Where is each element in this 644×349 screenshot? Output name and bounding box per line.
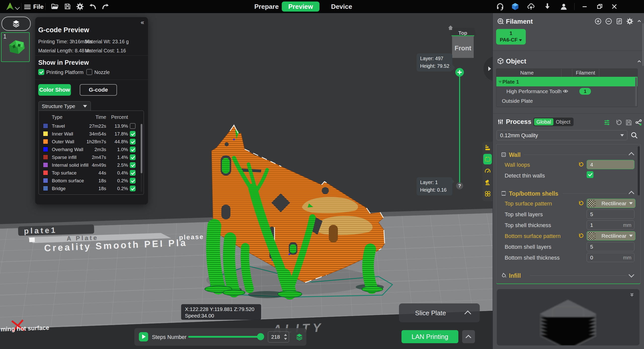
type-visibility-checkbox[interactable]	[130, 170, 136, 176]
type-visibility-checkbox[interactable]	[130, 178, 136, 184]
model-library-icon[interactable]	[511, 3, 519, 11]
param-section-header[interactable]: Top/bottom shells	[496, 189, 640, 198]
section-chevron-icon[interactable]	[629, 191, 634, 197]
steps-slider[interactable]	[188, 336, 264, 338]
printing-platform-checkbox[interactable]	[38, 69, 44, 75]
object-row-outside[interactable]: Outside Plate	[496, 96, 637, 106]
steps-increment[interactable]	[284, 334, 287, 336]
reset-param-icon[interactable]	[577, 200, 583, 206]
layer-stack-preview[interactable]	[497, 289, 639, 345]
structure-type-dropdown[interactable]: Structure Type	[38, 101, 91, 111]
play-button[interactable]	[139, 332, 148, 341]
type-visibility-checkbox[interactable]	[130, 186, 136, 191]
slice-options-icon[interactable]	[464, 310, 471, 317]
gcode-button[interactable]: G-code	[80, 84, 117, 96]
params-scrollbar-thumb[interactable]	[638, 146, 640, 195]
steps-slider-handle[interactable]	[257, 333, 264, 340]
save-preset-icon[interactable]	[625, 119, 632, 126]
slice-plate-button[interactable]: Slice Plate	[399, 303, 480, 322]
viewport-3d[interactable]: plate1 A Plate please Creality Smooth PE…	[0, 13, 493, 349]
redo-icon[interactable]	[102, 3, 110, 11]
expand-icon[interactable]	[498, 81, 502, 83]
speed-gauge-icon[interactable]	[483, 166, 492, 176]
layer-slider-handle[interactable]	[455, 68, 464, 77]
color-show-button[interactable]: Color Show	[38, 84, 71, 96]
object-scrollbar[interactable]	[635, 77, 637, 106]
type-visibility-checkbox[interactable]	[130, 162, 136, 168]
save-icon[interactable]	[64, 3, 71, 10]
param-checkbox[interactable]	[587, 171, 593, 178]
param-section-header[interactable]: Infill	[496, 271, 640, 280]
lan-printing-button[interactable]: LAN Printing	[401, 330, 458, 343]
collapse-object-icon[interactable]	[636, 58, 642, 64]
add-filament-icon[interactable]	[594, 18, 602, 25]
share-preset-icon[interactable]	[635, 119, 642, 126]
param-dropdown[interactable]: Rectilinear	[587, 231, 635, 240]
steps-input[interactable]: 218	[268, 331, 289, 342]
layer-slider-help[interactable]: ?	[456, 182, 463, 189]
section-chevron-icon[interactable]	[629, 272, 634, 278]
type-visibility-checkbox[interactable]	[130, 123, 136, 129]
close-icon[interactable]	[611, 3, 618, 10]
minimize-icon[interactable]	[581, 3, 588, 10]
reset-param-icon[interactable]	[577, 233, 583, 239]
pattern-clover-icon[interactable]	[483, 189, 492, 199]
eye-icon[interactable]	[562, 88, 569, 94]
param-input[interactable]: 0mm	[587, 253, 634, 262]
settings-icon[interactable]	[76, 3, 84, 11]
structure-list-icon[interactable]	[483, 143, 492, 153]
single-layer-icon[interactable]	[295, 333, 303, 341]
filament-slot[interactable]: 1 PA6-CF	[496, 29, 526, 45]
param-dropdown[interactable]: Rectilinear	[587, 199, 635, 208]
param-input[interactable]: 4	[587, 160, 634, 169]
filament-settings-icon[interactable]	[626, 18, 633, 25]
remove-filament-icon[interactable]	[605, 18, 612, 25]
section-chevron-icon[interactable]	[629, 152, 634, 158]
reset-param-icon[interactable]	[577, 161, 583, 167]
preview-frame-icon[interactable]	[483, 154, 492, 164]
tab-prepare[interactable]: Prepare	[248, 2, 285, 12]
reset-params-icon[interactable]	[614, 119, 622, 126]
toggle-object[interactable]: Object	[553, 118, 573, 125]
file-menu[interactable]: File	[33, 3, 44, 10]
search-params-icon[interactable]	[630, 131, 638, 139]
param-input[interactable]: 1mm	[587, 220, 634, 230]
plate-list-button[interactable]	[2, 17, 31, 31]
support-paint-icon[interactable]	[483, 177, 492, 187]
nav-cube[interactable]: Top Front	[450, 28, 476, 58]
tab-preview[interactable]: Preview	[282, 2, 319, 12]
panel-scrollbar-thumb[interactable]	[642, 23, 644, 66]
download-icon[interactable]	[543, 3, 551, 11]
restore-icon[interactable]	[596, 3, 603, 10]
app-logo-icon[interactable]	[6, 2, 15, 11]
cloud-upload-icon[interactable]	[527, 3, 535, 11]
type-visibility-checkbox[interactable]	[130, 139, 136, 145]
collapse-left-icon[interactable]: «	[140, 19, 144, 26]
type-visibility-checkbox[interactable]	[130, 154, 136, 160]
param-input[interactable]: 5	[587, 210, 634, 219]
plate-thumbnail[interactable]: 1	[1, 32, 30, 62]
steps-decrement[interactable]	[284, 338, 287, 340]
toggle-global[interactable]: Global	[534, 118, 553, 125]
lan-printing-options[interactable]	[462, 330, 475, 343]
tab-device[interactable]: Device	[325, 2, 359, 12]
param-list-icon[interactable]	[603, 119, 611, 126]
object-row-model[interactable]: High Performance Toolhead Cov 1	[496, 86, 637, 96]
type-visibility-checkbox[interactable]	[130, 131, 136, 137]
sync-filament-icon[interactable]	[616, 18, 623, 25]
object-row-plate[interactable]: Plate 1	[496, 77, 637, 86]
table-scrollbar-thumb[interactable]	[141, 124, 142, 173]
model-filament-badge[interactable]: 1	[579, 88, 591, 95]
type-visibility-checkbox[interactable]	[130, 147, 136, 152]
param-input[interactable]: 5	[587, 242, 634, 251]
nozzle-checkbox[interactable]	[86, 69, 92, 75]
undo-icon[interactable]	[89, 3, 97, 11]
support-headset-icon[interactable]	[496, 3, 504, 11]
open-file-icon[interactable]	[51, 3, 59, 11]
preset-dropdown[interactable]: 0.12mm Quality	[497, 130, 627, 140]
logo-dropdown-icon[interactable]	[15, 5, 20, 10]
layer-slider-track[interactable]	[459, 75, 460, 183]
account-icon[interactable]	[560, 3, 568, 11]
param-section-header[interactable]: Wall	[496, 150, 640, 159]
collapse-filament-icon[interactable]	[636, 18, 642, 24]
